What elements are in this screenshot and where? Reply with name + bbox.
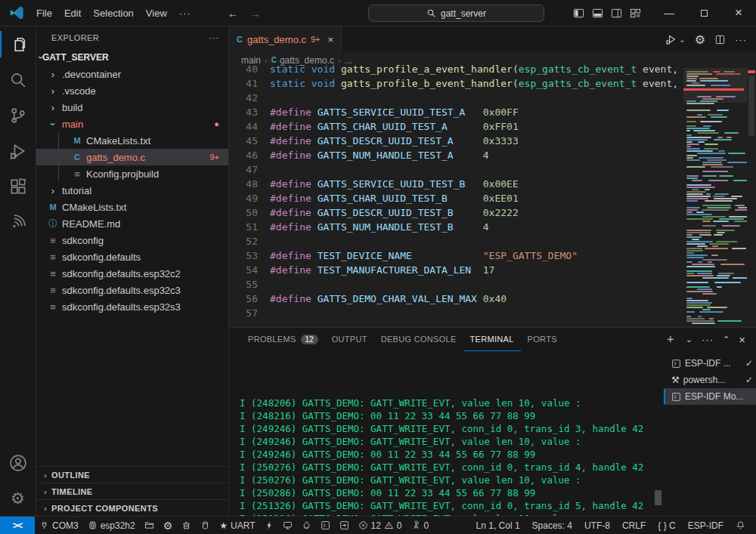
section-project-components[interactable]: ›PROJECT COMPONENTS xyxy=(36,499,228,516)
file-gatts-demo-c[interactable]: Cgatts_demo.c9+ xyxy=(36,149,228,165)
editor-scrollbar[interactable] xyxy=(747,68,756,327)
toggle-panel-icon[interactable] xyxy=(592,8,603,19)
section-outline[interactable]: ›OUTLINE xyxy=(36,466,228,483)
statusbar-language-mode[interactable]: { } C xyxy=(652,517,681,534)
section-timeline[interactable]: ›TIMELINE xyxy=(36,483,228,499)
terminal-instance[interactable]: ⚒powersh...✓ xyxy=(664,372,756,388)
statusbar-custom-task[interactable] xyxy=(335,517,354,534)
file-cmakelists-txt[interactable]: MCMakeLists.txt xyxy=(36,132,228,149)
statusbar-erase-flash[interactable] xyxy=(196,517,215,534)
menu-edit[interactable]: Edit xyxy=(58,5,87,22)
statusbar-eol[interactable]: CRLF xyxy=(616,517,652,534)
terminal-instance[interactable]: ESP-IDF ...✓ xyxy=(664,355,756,372)
statusbar-build-flash-monitor[interactable] xyxy=(297,517,316,534)
activitybar-explorer[interactable] xyxy=(0,26,36,62)
editor-tab-bar: C gatts_demo.c 9+ × ⌄ ⚙ ··· xyxy=(229,26,756,52)
menu-selection[interactable]: Selection xyxy=(87,5,139,22)
statusbar-device-target[interactable]: esp32h2 xyxy=(83,517,140,534)
close-button[interactable]: × xyxy=(721,0,756,26)
code-line-47: 47 xyxy=(229,162,683,177)
new-terminal-button[interactable]: ＋ xyxy=(665,332,677,347)
file-sdkconfig-defaults-esp32c3[interactable]: ≡sdkconfig.defaults.esp32c3 xyxy=(36,282,228,298)
editor-more-actions-icon[interactable]: ··· xyxy=(735,34,747,45)
toggle-secondary-sidebar-icon[interactable] xyxy=(611,8,622,19)
statusbar-encoding[interactable]: UTF-8 xyxy=(578,517,616,534)
panel-tab-problems[interactable]: PROBLEMS12 xyxy=(241,328,325,351)
tab-close-icon[interactable]: × xyxy=(328,34,334,45)
panel-tab-ports[interactable]: PORTS xyxy=(521,328,564,351)
statusbar-esp-idf-version[interactable]: ESP-IDF xyxy=(682,517,730,534)
panel-more-actions-icon[interactable]: ··· xyxy=(702,334,714,345)
settings-icon: ⚙ xyxy=(11,490,25,506)
navigate-back-button[interactable]: ← xyxy=(228,7,239,20)
workspace-root-folder[interactable]: › GATT_SERVER xyxy=(36,49,228,66)
explorer-more-actions-button[interactable]: ··· xyxy=(209,33,219,42)
activitybar-accounts[interactable] xyxy=(0,445,36,480)
activitybar-settings[interactable]: ⚙ xyxy=(0,480,36,516)
panel-tab-bar: PROBLEMS12OUTPUTDEBUG CONSOLETERMINALPOR… xyxy=(229,328,756,351)
terminal-dropdown-icon[interactable]: ⌄ xyxy=(686,335,692,344)
code-line-45: 45#define GATTS_DESCR_UUID_TEST_A 0x3333 xyxy=(229,134,683,148)
file-cmakelists-txt[interactable]: MCMakeLists.txt xyxy=(36,199,228,215)
menu-more-button[interactable]: ··· xyxy=(173,5,197,22)
folder--devcontainer[interactable]: ›.devcontainer xyxy=(36,66,228,82)
folder-main[interactable]: ›main● xyxy=(36,116,228,132)
terminal-scrollbar[interactable] xyxy=(655,490,662,505)
toggle-sidebar-icon[interactable] xyxy=(573,8,584,19)
statusbar-cursor-position[interactable]: Ln 1, Col 1 xyxy=(470,517,526,534)
activitybar-run-debug[interactable] xyxy=(0,133,36,168)
minimap[interactable] xyxy=(683,68,747,327)
code-line-51: 51#define GATTS_NUM_HANDLE_TEST_B 4 xyxy=(229,220,683,234)
flame-icon xyxy=(302,520,311,530)
file-sdkconfig-defaults-esp32c2[interactable]: ≡sdkconfig.defaults.esp32c2 xyxy=(36,265,228,282)
item-label: sdkconfig.defaults.esp32c2 xyxy=(62,268,181,279)
activitybar-source-control[interactable] xyxy=(0,97,36,133)
activitybar-search[interactable] xyxy=(0,62,36,97)
minimize-button[interactable]: — xyxy=(652,0,686,26)
statusbar-project-folder[interactable] xyxy=(140,517,159,534)
activitybar-extensions[interactable] xyxy=(0,168,36,204)
panel-tab-debug-console[interactable]: DEBUG CONSOLE xyxy=(374,328,463,351)
tab-gatts-demo[interactable]: C gatts_demo.c 9+ × xyxy=(229,26,342,52)
folder-build[interactable]: ›build xyxy=(36,99,228,116)
statusbar-forwarded-ports[interactable]: 0 xyxy=(407,517,434,534)
statusbar-flash-device[interactable] xyxy=(260,517,278,534)
extensions-icon xyxy=(9,177,27,196)
close-panel-icon[interactable]: × xyxy=(739,333,745,346)
file-sdkconfig-defaults-esp32s3[interactable]: ≡sdkconfig.defaults.esp32s3 xyxy=(36,298,228,315)
code-editor[interactable]: 40static void gatts_profile_a_event_hand… xyxy=(229,68,756,327)
statusbar-sdk-config-editor[interactable]: ⚙ xyxy=(159,517,178,534)
statusbar-monitor-device[interactable] xyxy=(278,517,297,534)
customize-layout-icon[interactable] xyxy=(630,8,641,19)
command-center-search[interactable]: gatt_server xyxy=(368,5,544,22)
statusbar-remote-indicator[interactable]: >< xyxy=(0,517,35,534)
run-or-debug-button[interactable]: ⌄ xyxy=(665,33,685,45)
panel-tab-terminal[interactable]: TERMINAL xyxy=(463,328,521,351)
code-content: 40static void gatts_profile_a_event_hand… xyxy=(229,62,683,327)
statusbar-flash-method[interactable]: ★UART xyxy=(215,517,259,534)
statusbar-problems-summary[interactable]: 120 xyxy=(354,517,407,534)
maximize-panel-icon[interactable]: ⌃ xyxy=(723,335,730,344)
panel-tab-output[interactable]: OUTPUT xyxy=(325,328,374,351)
statusbar-idf-terminal[interactable] xyxy=(316,517,335,534)
folder-tutorial[interactable]: ›tutorial xyxy=(36,182,228,199)
statusbar-notifications[interactable] xyxy=(730,517,751,534)
file-sdkconfig-defaults[interactable]: ≡sdkconfig.defaults xyxy=(36,248,228,265)
menu-view[interactable]: View xyxy=(140,5,173,22)
problems-count-badge: 12 xyxy=(301,335,318,344)
statusbar-serial-port[interactable]: COM3 xyxy=(35,517,83,534)
navigate-forward-button[interactable]: → xyxy=(249,7,261,20)
file-sdkconfig[interactable]: ≡sdkconfig xyxy=(36,232,228,248)
file-kconfig-projbuild[interactable]: ≡Kconfig.projbuild xyxy=(36,165,228,182)
terminal-instance[interactable]: ESP-IDF Mo... xyxy=(664,388,756,405)
menu-file[interactable]: File xyxy=(30,5,58,22)
editor-settings-gear-icon[interactable]: ⚙ xyxy=(695,32,705,47)
split-editor-icon[interactable] xyxy=(714,34,726,45)
folder--vscode[interactable]: ›.vscode xyxy=(36,82,228,99)
maximize-button[interactable] xyxy=(686,0,721,26)
statusbar-full-clean[interactable] xyxy=(177,517,196,534)
file-readme-md[interactable]: ⓘREADME.md xyxy=(36,215,228,232)
activitybar-esp-idf[interactable] xyxy=(0,204,36,239)
statusbar-indentation[interactable]: Spaces: 4 xyxy=(526,517,578,534)
terminal-output[interactable]: I (248206) GATTS_DEMO: GATT_WRITE_EVT, v… xyxy=(229,351,664,516)
